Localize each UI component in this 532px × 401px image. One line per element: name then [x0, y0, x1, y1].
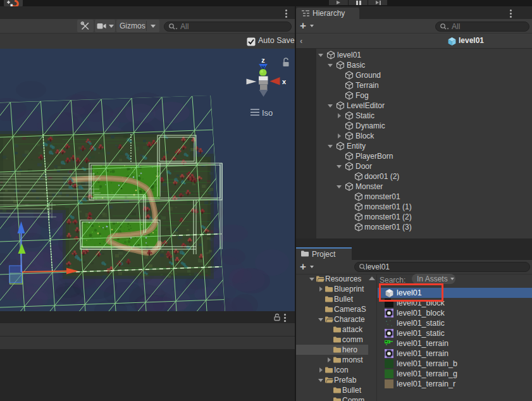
- svg-text:z: z: [261, 56, 265, 64]
- svg-text:x: x: [282, 78, 287, 85]
- svg-text:Iso: Iso: [262, 108, 273, 118]
